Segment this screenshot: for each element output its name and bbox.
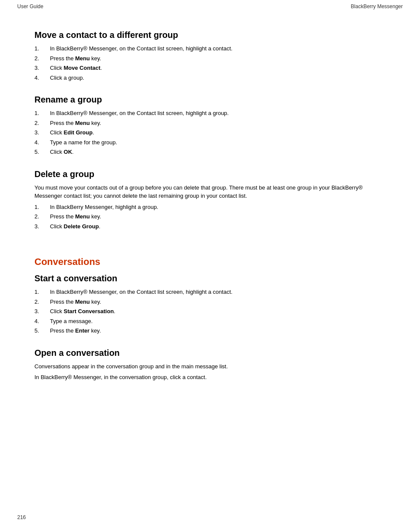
- section-body-open-conversation: Conversations appear in the conversation…: [34, 362, 386, 382]
- bold-text: Start Conversation: [64, 308, 114, 314]
- steps-move-contact: 1. In BlackBerry® Messenger, on the Cont…: [34, 44, 386, 82]
- step-num: 5.: [34, 148, 50, 156]
- step-text: Click Delete Group.: [50, 222, 386, 231]
- list-item: 3. Click Start Conversation.: [34, 307, 386, 316]
- steps-delete-group: 1. In BlackBerry Messenger, highlight a …: [34, 203, 386, 231]
- list-item: 2. Press the Menu key.: [34, 298, 386, 306]
- bold-text: Enter: [75, 327, 90, 334]
- step-num: 4.: [34, 74, 50, 82]
- list-item: 3. Click Move Contact.: [34, 64, 386, 72]
- section-start-conversation: Start a conversation 1. In BlackBerry® M…: [34, 274, 386, 335]
- conversations-heading: Conversations: [34, 256, 386, 268]
- step-num: 3.: [34, 307, 50, 316]
- list-item: 3. Click Delete Group.: [34, 222, 386, 231]
- step-num: 2.: [34, 212, 50, 221]
- section-title-delete-group: Delete a group: [34, 169, 386, 179]
- section-open-conversation: Open a conversation Conversations appear…: [34, 348, 386, 382]
- list-item: 1. In BlackBerry® Messenger, on the Cont…: [34, 288, 386, 296]
- step-num: 1.: [34, 44, 50, 53]
- step-num: 3.: [34, 222, 50, 231]
- bold-text: OK: [64, 149, 72, 155]
- step-num: 1.: [34, 203, 50, 212]
- header-right: BlackBerry Messenger: [351, 3, 403, 9]
- step-text: Type a message.: [50, 317, 386, 326]
- bold-text: Menu: [75, 55, 90, 62]
- step-text: Press the Menu key.: [50, 212, 386, 221]
- bold-text: Menu: [75, 299, 90, 305]
- step-text: Type a name for the group.: [50, 138, 386, 147]
- list-item: 1. In BlackBerry® Messenger, on the Cont…: [34, 109, 386, 118]
- section-rename-group: Rename a group 1. In BlackBerry® Messeng…: [34, 95, 386, 156]
- list-item: 1. In BlackBerry® Messenger, on the Cont…: [34, 44, 386, 53]
- step-text: In BlackBerry® Messenger, on the Contact…: [50, 109, 386, 118]
- section-intro-delete-group: You must move your contacts out of a gro…: [34, 184, 386, 200]
- step-text: Press the Enter key.: [50, 327, 386, 335]
- step-num: 2.: [34, 119, 50, 128]
- step-text: Press the Menu key.: [50, 54, 386, 63]
- step-num: 5.: [34, 327, 50, 335]
- section-body-move-contact: 1. In BlackBerry® Messenger, on the Cont…: [34, 44, 386, 82]
- step-num: 1.: [34, 288, 50, 296]
- step-text: In BlackBerry Messenger, highlight a gro…: [50, 203, 386, 212]
- section-body-delete-group: You must move your contacts out of a gro…: [34, 184, 386, 231]
- bold-text: Delete Group: [64, 223, 99, 230]
- page-header: User Guide BlackBerry Messenger: [0, 0, 420, 13]
- section-title-start-conversation: Start a conversation: [34, 274, 386, 283]
- step-text: Click Start Conversation.: [50, 307, 386, 316]
- list-item: 2. Press the Menu key.: [34, 54, 386, 63]
- step-num: 2.: [34, 298, 50, 306]
- bold-text: Menu: [75, 213, 90, 220]
- section-title-rename-group: Rename a group: [34, 95, 386, 105]
- step-num: 1.: [34, 109, 50, 118]
- page-content: Move a contact to a different group 1. I…: [0, 13, 420, 420]
- step-num: 4.: [34, 317, 50, 326]
- list-item: 5. Press the Enter key.: [34, 327, 386, 335]
- step-num: 2.: [34, 54, 50, 63]
- step-text: Click OK.: [50, 148, 386, 156]
- page-number: 216: [17, 514, 26, 520]
- bold-text: Move Contact: [64, 65, 100, 71]
- list-item: 4. Type a name for the group.: [34, 138, 386, 147]
- conversations-header-wrapper: Conversations: [34, 256, 386, 268]
- steps-start-conversation: 1. In BlackBerry® Messenger, on the Cont…: [34, 288, 386, 335]
- open-conversation-para-1: Conversations appear in the conversation…: [34, 362, 386, 371]
- bold-text: Menu: [75, 120, 90, 126]
- list-item: 2. Press the Menu key.: [34, 212, 386, 221]
- step-text: Press the Menu key.: [50, 119, 386, 128]
- step-text: In BlackBerry® Messenger, on the Contact…: [50, 288, 386, 296]
- header-left: User Guide: [17, 3, 44, 9]
- open-conversation-para-2: In BlackBerry® Messenger, in the convers…: [34, 373, 386, 382]
- section-title-move-contact: Move a contact to a different group: [34, 30, 386, 40]
- list-item: 3. Click Edit Group.: [34, 128, 386, 137]
- step-text: In BlackBerry® Messenger, on the Contact…: [50, 44, 386, 53]
- step-text: Click Edit Group.: [50, 128, 386, 137]
- step-num: 3.: [34, 128, 50, 137]
- list-item: 1. In BlackBerry Messenger, highlight a …: [34, 203, 386, 212]
- bold-text: Edit Group: [64, 129, 93, 136]
- step-text: Click Move Contact.: [50, 64, 386, 72]
- section-title-open-conversation: Open a conversation: [34, 348, 386, 358]
- section-body-start-conversation: 1. In BlackBerry® Messenger, on the Cont…: [34, 288, 386, 335]
- section-delete-group: Delete a group You must move your contac…: [34, 169, 386, 231]
- list-item: 4. Click a group.: [34, 74, 386, 82]
- steps-rename-group: 1. In BlackBerry® Messenger, on the Cont…: [34, 109, 386, 156]
- step-num: 4.: [34, 138, 50, 147]
- step-text: Press the Menu key.: [50, 298, 386, 306]
- section-body-rename-group: 1. In BlackBerry® Messenger, on the Cont…: [34, 109, 386, 156]
- spacer: [34, 243, 386, 252]
- list-item: 4. Type a message.: [34, 317, 386, 326]
- list-item: 2. Press the Menu key.: [34, 119, 386, 128]
- step-num: 3.: [34, 64, 50, 72]
- step-text: Click a group.: [50, 74, 386, 82]
- page-footer: 216: [17, 514, 26, 520]
- list-item: 5. Click OK.: [34, 148, 386, 156]
- section-move-contact: Move a contact to a different group 1. I…: [34, 30, 386, 82]
